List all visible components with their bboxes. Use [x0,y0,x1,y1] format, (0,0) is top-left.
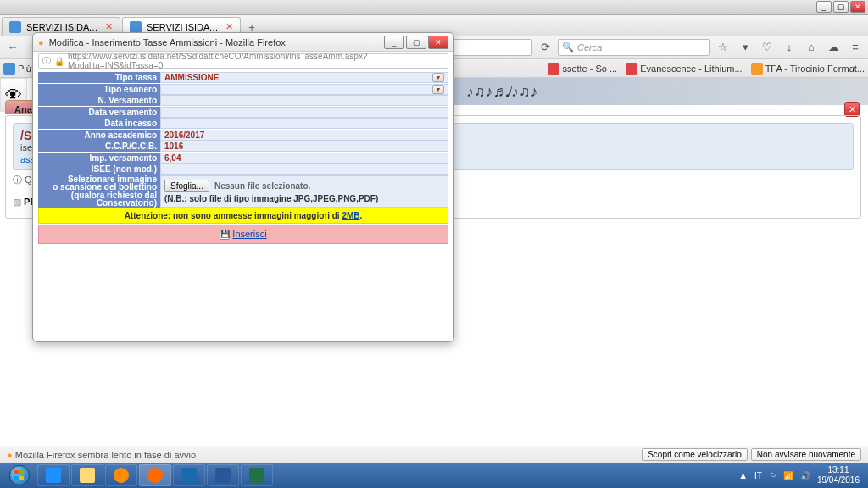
row-tipo-esonero: Tipo esonero ▼ [38,84,448,95]
file-note-text: (N.B.: solo file di tipo immagine JPG,JP… [164,194,378,203]
tab-icon [130,21,142,33]
label-data-incasso: Data incasso [38,118,160,129]
label-tipo-tassa: Tipo tassa [38,72,160,83]
youtube-icon [626,63,637,75]
firefox-icon [147,468,163,483]
label-tipo-esonero: Tipo esonero [38,84,160,95]
refresh-button[interactable]: ⟳ [536,38,554,57]
language-indicator[interactable]: IT [754,471,762,480]
app-icon [181,468,197,483]
tab-close-icon[interactable]: ✕ [105,21,113,32]
clock-date: 19/04/2016 [817,475,860,485]
modal-close-button[interactable]: ✕ [428,36,448,49]
clock[interactable]: 13:11 19/04/2016 [817,465,860,485]
form-area: Tipo tassa AMMISSIONE ▼ Tipo esonero ▼ N… [33,70,453,246]
task-ie[interactable] [37,464,70,486]
field-data-versamento[interactable] [160,107,448,118]
folder-icon [80,468,95,483]
back-button[interactable]: ← [3,38,22,57]
maximize-button[interactable]: ▢ [833,1,849,13]
media-icon [114,468,129,483]
network-icon[interactable]: 📶 [783,471,793,480]
bookmark-label: ssette - So ... [562,64,617,74]
warning-row: Attenzione: non sono ammesse immagini ma… [38,208,448,224]
field-imp-versamento[interactable]: 6,04 [160,152,448,164]
clock-time: 13:11 [817,465,860,475]
label-data-versamento: Data versamento [38,107,160,118]
search-bar[interactable]: 🔍 Cerca [558,39,710,56]
insert-button[interactable]: Inserisci [232,229,266,239]
dropdown-icon[interactable]: ▼ [432,73,444,82]
info-bar-text: ● Mozilla Firefox sembra lento in fase d… [7,450,196,460]
label-anno-accademico: Anno accademico [38,130,160,141]
task-firefox[interactable] [139,464,171,486]
modal-address-field[interactable]: ⓘ 🔒 https://www.servizi.isidata.net/SSdi… [38,53,448,69]
field-tipo-tassa[interactable]: AMMISSIONE ▼ [160,72,448,83]
menu-icon[interactable]: ≡ [846,38,865,57]
row-n-versamento: N. Versamento [38,95,448,106]
row-image-upload: Selezionare immagine o scansione del bol… [38,175,448,208]
field-n-versamento[interactable] [160,95,448,106]
row-data-incasso: Data incasso [38,118,448,129]
sync-icon[interactable]: ☁ [824,38,843,57]
speedup-button[interactable]: Scopri come velocizzarlo [642,448,748,461]
search-icon: 🔍 [562,42,574,53]
dismiss-button[interactable]: Non avvisare nuovamente [751,448,861,461]
field-image-upload: Sfoglia... Nessun file selezionato. (N.B… [160,175,448,208]
tab-icon [9,21,21,33]
field-tipo-esonero[interactable]: ▼ [160,84,448,95]
modal-url-text: https://www.servizi.isidata.net/SSdidatt… [68,52,444,70]
row-imp-versamento: Imp. versamento 6,04 [38,152,448,164]
bookmark-icon [3,63,15,75]
modal-maximize-button[interactable]: ▢ [406,36,426,49]
action-row: Inserisci [38,225,448,244]
task-word[interactable] [207,464,239,486]
bookmark-icon [751,63,763,75]
label-ccp: C.C.P./C.C.B. [38,141,160,152]
tray-expand-icon[interactable]: ▲ [738,470,748,480]
word-icon [215,468,231,483]
downloads-icon[interactable]: ↓ [780,38,798,57]
pocket-icon[interactable]: ▾ [736,38,754,57]
field-data-incasso[interactable] [160,118,448,129]
action-center-icon[interactable]: ⚐ [769,471,776,480]
windows-logo-icon [9,465,30,485]
firefox-icon: ● [7,450,13,460]
task-explorer[interactable] [71,464,103,486]
field-anno-accademico[interactable]: 2016/2017 [160,130,448,141]
tab-close-icon[interactable]: ✕ [225,21,233,32]
task-app1[interactable] [173,464,205,486]
start-button[interactable] [3,463,36,487]
field-ccp[interactable]: 1016 [160,141,448,152]
task-excel[interactable] [241,464,273,486]
home-icon[interactable]: ⌂ [802,38,821,57]
row-anno-accademico: Anno accademico 2016/2017 [38,130,448,141]
bookmark-star-icon[interactable]: ☆ [714,38,732,57]
info-bar: ● Mozilla Firefox sembra lento in fase d… [0,446,868,463]
modal-title-text: Modifica - Inserimento Tasse Ammissioni … [49,37,379,47]
bookmark-item-2[interactable]: Evanescence - Lithium... [626,63,742,75]
tab-title-1: SERVIZI ISIDATA - Servizi per gli... [147,22,220,32]
row-isee: ISEE (non mod.) [38,164,448,175]
minimize-button[interactable]: _ [816,1,832,13]
dropdown-icon[interactable]: ▼ [432,85,444,94]
save-icon [220,230,230,240]
modal-minimize-button[interactable]: _ [384,36,404,49]
browse-button[interactable]: Sfoglia... [164,180,209,192]
close-button[interactable]: ✕ [850,1,865,13]
bookmark-item-3[interactable]: TFA - Tirocinio Format... [751,63,865,75]
tab-title-0: SERVIZI ISIDATA - Didattica Co... [26,22,100,32]
row-data-versamento: Data versamento [38,107,448,118]
firefox-icon: ● [38,37,44,47]
label-image-upload: Selezionare immagine o scansione del bol… [38,175,160,208]
modal-titlebar[interactable]: ● Modifica - Inserimento Tasse Ammission… [33,33,453,52]
window-chrome: _ ▢ ✕ [0,0,868,15]
warning-link[interactable]: 2MB [342,211,359,220]
volume-icon[interactable]: 🔊 [800,471,810,480]
bookmark-icon [548,63,559,75]
task-media[interactable] [105,464,137,486]
row-ccp: C.C.P./C.C.B. 1016 [38,141,448,152]
heart-icon[interactable]: ♡ [758,38,776,57]
bookmark-item-1[interactable]: ssette - So ... [548,63,617,75]
lock-icon: 🔒 [54,57,64,66]
